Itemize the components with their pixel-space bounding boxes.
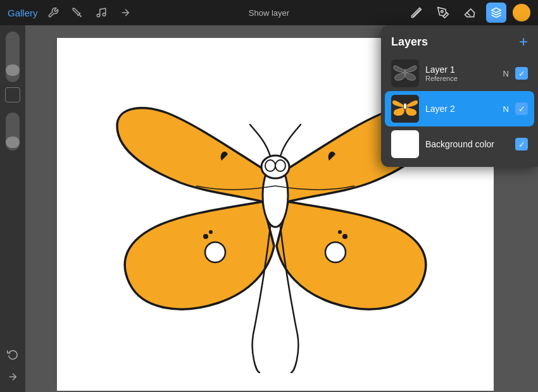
svg-point-18 bbox=[342, 234, 347, 239]
eraser-icon[interactable] bbox=[460, 3, 480, 23]
background-checkbox[interactable] bbox=[515, 138, 528, 150]
layer-item-1[interactable]: Layer 1 Reference N bbox=[385, 56, 534, 91]
layer-item-background[interactable]: Background color bbox=[385, 126, 534, 162]
layer-1-sub: Reference bbox=[425, 75, 497, 82]
layer-1-info: Layer 1 Reference bbox=[425, 64, 497, 82]
layers-header: Layers + bbox=[381, 25, 538, 56]
pencil-icon[interactable] bbox=[406, 3, 427, 23]
layers-title: Layers bbox=[391, 35, 428, 49]
top-bar: Gallery bbox=[0, 0, 538, 25]
background-name: Background color bbox=[425, 139, 509, 149]
svg-point-7 bbox=[441, 11, 443, 13]
add-layer-button[interactable]: + bbox=[519, 34, 528, 49]
background-thumbnail bbox=[391, 130, 419, 158]
brush-size-slider[interactable] bbox=[6, 32, 20, 82]
music-icon[interactable] bbox=[92, 4, 110, 21]
svg-point-4 bbox=[103, 13, 106, 16]
layer-item-2[interactable]: Layer 2 N bbox=[385, 91, 534, 126]
svg-point-17 bbox=[209, 230, 213, 234]
layer-1-name: Layer 1 bbox=[425, 64, 497, 75]
gallery-button[interactable]: Gallery bbox=[8, 8, 38, 18]
pen-icon[interactable] bbox=[433, 3, 453, 23]
wand-icon[interactable] bbox=[68, 4, 86, 21]
svg-point-15 bbox=[325, 242, 346, 262]
layers-button[interactable] bbox=[486, 3, 506, 23]
svg-point-16 bbox=[203, 234, 208, 239]
svg-point-14 bbox=[205, 242, 225, 262]
layers-panel: Layers + Layer 1 Reference N bbox=[381, 25, 538, 167]
left-sidebar bbox=[0, 25, 25, 392]
topbar-left: Gallery bbox=[8, 4, 134, 21]
color-swatch[interactable] bbox=[513, 4, 530, 21]
layer-2-thumbnail bbox=[391, 95, 419, 123]
svg-point-12 bbox=[265, 160, 275, 171]
undo-icon[interactable] bbox=[4, 345, 22, 363]
topbar-right bbox=[406, 3, 530, 23]
layer-1-thumbnail bbox=[391, 59, 419, 87]
arrow-icon[interactable] bbox=[116, 4, 134, 21]
opacity-slider[interactable] bbox=[6, 113, 20, 150]
show-layer-label: Show layer bbox=[249, 8, 289, 18]
svg-line-2 bbox=[80, 16, 82, 17]
redo-icon[interactable] bbox=[4, 368, 22, 386]
svg-point-13 bbox=[275, 160, 285, 171]
svg-marker-8 bbox=[492, 8, 501, 13]
svg-point-19 bbox=[338, 230, 342, 234]
layer-2-checkbox[interactable] bbox=[515, 102, 528, 115]
shape-tool[interactable] bbox=[5, 87, 20, 102]
wrench-icon[interactable] bbox=[44, 4, 62, 21]
layer-2-info: Layer 2 bbox=[425, 104, 497, 114]
svg-point-21 bbox=[404, 69, 406, 74]
layer-1-mode: N bbox=[503, 69, 509, 78]
layer-1-checkbox[interactable] bbox=[515, 67, 528, 80]
svg-point-23 bbox=[404, 103, 407, 109]
layer-2-name: Layer 2 bbox=[425, 104, 497, 114]
background-info: Background color bbox=[425, 139, 509, 149]
layer-2-mode: N bbox=[503, 104, 509, 114]
svg-point-3 bbox=[97, 14, 100, 17]
